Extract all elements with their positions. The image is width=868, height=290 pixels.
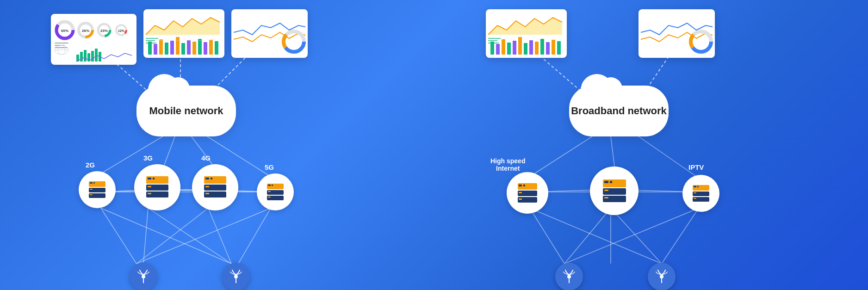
svg-rect-137	[523, 185, 525, 186]
svg-line-14	[143, 208, 148, 264]
svg-rect-125	[540, 39, 544, 55]
svg-rect-92	[153, 178, 155, 179]
svg-rect-87	[89, 193, 105, 198]
svg-rect-104	[267, 184, 284, 189]
svg-rect-56	[84, 50, 87, 62]
svg-rect-110	[268, 197, 271, 197]
svg-rect-116	[490, 42, 494, 55]
svg-rect-65	[165, 43, 168, 55]
svg-rect-148	[604, 197, 608, 198]
svg-rect-107	[267, 190, 284, 195]
label-iptv: IPTV	[688, 163, 704, 171]
svg-rect-101	[204, 191, 226, 197]
svg-line-33	[564, 208, 699, 264]
svg-rect-106	[272, 185, 273, 186]
svg-text:26%: 26%	[82, 29, 89, 33]
svg-rect-146	[603, 196, 626, 202]
svg-rect-70	[192, 42, 196, 55]
svg-rect-67	[176, 37, 180, 55]
svg-rect-71	[198, 39, 202, 55]
svg-rect-149	[693, 185, 709, 191]
server-node-2g	[79, 171, 116, 208]
svg-line-17	[101, 208, 231, 264]
server-icon-hs	[516, 181, 539, 204]
svg-rect-58	[91, 51, 94, 62]
svg-rect-99	[211, 178, 212, 179]
svg-rect-97	[204, 176, 226, 184]
server-icon-bb-mid	[601, 178, 628, 204]
svg-line-16	[238, 208, 271, 264]
card5-chart	[639, 9, 715, 58]
server-node-iptv	[682, 175, 719, 212]
card3-chart	[231, 9, 308, 58]
label-3g: 3G	[143, 154, 153, 162]
svg-rect-108	[267, 196, 284, 200]
label-2g: 2G	[86, 161, 95, 169]
svg-rect-128	[557, 41, 561, 55]
server-node-4g	[192, 164, 238, 210]
svg-rect-126	[546, 42, 550, 55]
svg-rect-124	[535, 42, 539, 55]
svg-line-19	[148, 208, 231, 264]
svg-rect-142	[603, 179, 626, 187]
svg-rect-152	[693, 191, 709, 196]
svg-point-156	[567, 275, 571, 278]
antenna-icon-3	[562, 269, 577, 284]
antenna-icon-1	[136, 269, 151, 284]
svg-rect-145	[603, 188, 626, 195]
svg-rect-69	[187, 40, 191, 55]
card2-chart	[143, 9, 224, 58]
dashboard-card-3	[231, 9, 308, 58]
svg-rect-98	[205, 178, 209, 179]
svg-rect-141	[519, 198, 522, 200]
svg-rect-95	[148, 186, 151, 187]
antenna-icon-2	[229, 269, 243, 284]
svg-rect-151	[697, 186, 699, 187]
svg-rect-136	[519, 185, 522, 186]
svg-line-31	[662, 208, 699, 264]
server-icon-4g	[202, 174, 228, 200]
svg-text:60%: 60%	[61, 29, 68, 33]
svg-rect-143	[604, 181, 608, 183]
svg-text:23%: 23%	[100, 29, 108, 33]
broadband-network-label: Broadband network	[571, 105, 667, 117]
svg-rect-127	[552, 40, 555, 55]
card1-chart: 60% 26% 23% 12%	[51, 14, 136, 65]
dashboard-card-5	[639, 9, 715, 58]
svg-rect-144	[610, 181, 612, 183]
svg-rect-118	[502, 39, 505, 55]
scene: 60% 26% 23% 12%	[0, 0, 868, 290]
svg-rect-105	[268, 185, 271, 186]
svg-rect-147	[604, 190, 608, 191]
server-node-hs-internet	[507, 172, 548, 214]
svg-line-34	[564, 208, 611, 264]
svg-rect-93	[146, 185, 168, 191]
server-icon-iptv	[691, 183, 711, 204]
svg-rect-96	[148, 193, 151, 194]
label-hs-internet: High speedInternet	[490, 157, 525, 172]
svg-rect-120	[513, 41, 516, 55]
antenna-node-right-2	[648, 263, 676, 290]
svg-rect-85	[93, 182, 95, 184]
svg-rect-89	[90, 194, 93, 195]
svg-rect-72	[204, 42, 207, 55]
svg-rect-150	[694, 186, 696, 187]
broadband-network-cloud: Broadband network	[569, 86, 669, 136]
svg-rect-59	[95, 49, 98, 62]
svg-rect-123	[529, 40, 533, 55]
svg-line-32	[530, 208, 662, 264]
svg-rect-64	[159, 39, 163, 55]
svg-rect-153	[693, 197, 709, 202]
svg-rect-155	[694, 198, 696, 199]
svg-point-158	[660, 275, 663, 278]
svg-rect-83	[89, 181, 105, 187]
server-node-5g	[257, 173, 294, 210]
svg-rect-109	[268, 191, 271, 192]
svg-line-13	[101, 208, 136, 264]
svg-rect-88	[90, 189, 93, 190]
antenna-node-right-1	[555, 263, 583, 290]
dashboard-card-4	[486, 9, 567, 58]
svg-rect-121	[518, 37, 522, 55]
svg-point-113	[234, 275, 238, 278]
svg-line-18	[136, 208, 271, 264]
